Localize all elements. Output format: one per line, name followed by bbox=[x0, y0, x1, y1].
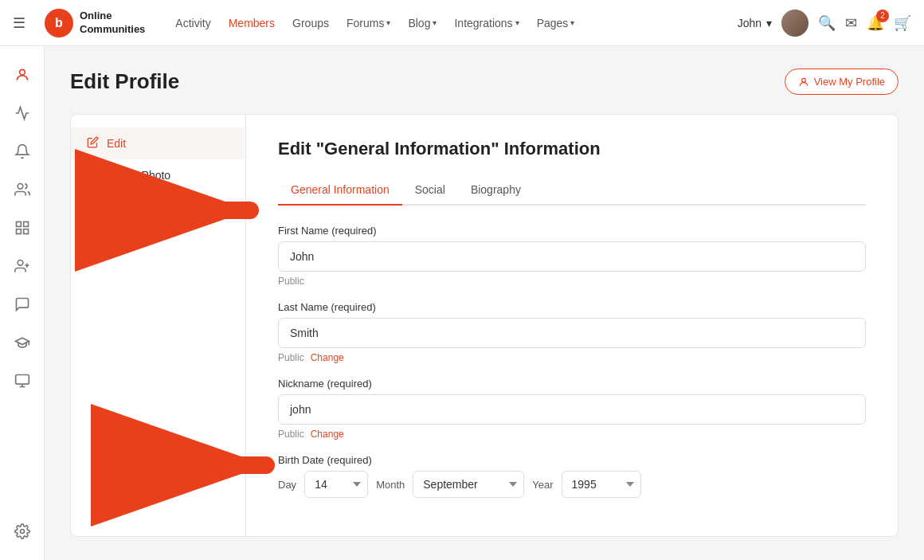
menu-edit-label: Edit bbox=[107, 137, 126, 150]
form-tabs: General Information Social Biography bbox=[278, 175, 866, 206]
svg-point-6 bbox=[18, 260, 23, 266]
menu-item-profile-photo[interactable]: Profile Photo bbox=[71, 159, 245, 191]
user-name: John bbox=[738, 17, 762, 29]
svg-rect-4 bbox=[16, 229, 21, 234]
logo-icon: b bbox=[45, 9, 73, 37]
last-name-label: Last Name (required) bbox=[278, 301, 866, 313]
sidebar-grid-icon[interactable] bbox=[6, 212, 38, 244]
notification-badge: 2 bbox=[876, 10, 889, 22]
menu-item-edit[interactable]: Edit bbox=[71, 127, 245, 159]
tab-general-information[interactable]: General Information bbox=[278, 175, 402, 206]
nav-integrations[interactable]: Integrations▾ bbox=[446, 12, 527, 34]
year-label: Year bbox=[532, 479, 553, 491]
svg-point-13 bbox=[801, 78, 805, 82]
tab-social[interactable]: Social bbox=[402, 175, 458, 206]
nav-links: Activity Members Groups Forums▾ Blog▾ In… bbox=[167, 12, 582, 34]
page-title: Edit Profile bbox=[70, 69, 179, 94]
first-name-input[interactable] bbox=[278, 241, 866, 272]
sidebar-bell-icon[interactable] bbox=[6, 135, 38, 167]
birthdate-row: Day 14 Month September Year 1995 bbox=[278, 471, 866, 498]
svg-point-0 bbox=[19, 69, 25, 75]
top-nav: ☰ b OnlineCommunities Activity Members G… bbox=[0, 0, 924, 46]
sidebar-members2-icon[interactable] bbox=[6, 250, 38, 282]
svg-point-15 bbox=[90, 171, 92, 173]
page-header: Edit Profile View My Profile bbox=[70, 69, 899, 95]
birthdate-month-select[interactable]: September bbox=[413, 471, 524, 498]
svg-rect-9 bbox=[15, 375, 29, 385]
svg-point-1 bbox=[18, 184, 23, 190]
left-menu: Edit Profile Photo Cover Photo bbox=[71, 115, 246, 536]
month-label: Month bbox=[376, 479, 405, 491]
last-name-input[interactable] bbox=[278, 318, 866, 348]
nickname-label: Nickname (required) bbox=[278, 378, 866, 390]
first-name-label: First Name (required) bbox=[278, 225, 866, 237]
last-name-change-link[interactable]: Change bbox=[311, 352, 344, 363]
nav-activity[interactable]: Activity bbox=[167, 12, 218, 34]
nickname-hint: Public Change bbox=[278, 429, 866, 440]
mail-icon[interactable]: ✉ bbox=[845, 14, 857, 32]
svg-point-12 bbox=[20, 530, 24, 534]
nickname-change-link[interactable]: Change bbox=[311, 429, 344, 440]
sidebar-person-icon[interactable] bbox=[6, 59, 38, 91]
nickname-input[interactable] bbox=[278, 394, 866, 425]
birthdate-year-select[interactable]: 1995 bbox=[562, 471, 641, 498]
menu-item-cover-photo[interactable]: Cover Photo bbox=[71, 191, 245, 223]
logo: b OnlineCommunities bbox=[45, 9, 145, 37]
last-name-group: Last Name (required) Public Change bbox=[278, 301, 866, 363]
nickname-group: Nickname (required) Public Change bbox=[278, 378, 866, 440]
sidebar-chat-icon[interactable] bbox=[6, 288, 38, 320]
cover-photo-icon bbox=[87, 200, 99, 214]
profile-photo-icon bbox=[87, 168, 99, 182]
form-section-title: Edit "General Information" Information bbox=[278, 139, 866, 159]
search-icon[interactable]: 🔍 bbox=[818, 14, 836, 32]
nav-members[interactable]: Members bbox=[221, 12, 283, 34]
main-content: Edit Profile View My Profile Edit Profil… bbox=[45, 46, 924, 560]
left-sidebar bbox=[0, 46, 45, 560]
view-profile-button[interactable]: View My Profile bbox=[785, 69, 899, 95]
menu-profile-photo-label: Profile Photo bbox=[107, 169, 170, 182]
avatar[interactable] bbox=[781, 10, 808, 37]
content-wrap: Edit Profile Photo Cover Photo Edit "Gen… bbox=[70, 114, 899, 537]
notification-icon[interactable]: 🔔 2 bbox=[867, 14, 884, 32]
day-label: Day bbox=[278, 479, 296, 491]
first-name-group: First Name (required) Public bbox=[278, 225, 866, 287]
birthdate-label: Birth Date (required) bbox=[278, 454, 866, 466]
avatar-image bbox=[781, 10, 808, 37]
svg-rect-5 bbox=[23, 229, 28, 234]
user-menu[interactable]: John ▾ bbox=[738, 17, 772, 29]
svg-point-17 bbox=[90, 203, 92, 205]
nav-blog[interactable]: Blog▾ bbox=[400, 12, 444, 34]
last-name-hint: Public Change bbox=[278, 352, 866, 363]
form-area: Edit "General Information" Information G… bbox=[246, 115, 898, 536]
nav-right: John ▾ 🔍 ✉ 🔔 2 🛒 bbox=[738, 10, 911, 37]
edit-icon bbox=[87, 136, 99, 151]
menu-cover-photo-label: Cover Photo bbox=[107, 201, 169, 213]
cart-icon[interactable]: 🛒 bbox=[894, 14, 911, 32]
logo-text: OnlineCommunities bbox=[80, 10, 145, 37]
view-profile-label: View My Profile bbox=[814, 76, 885, 88]
sidebar-graduation-icon[interactable] bbox=[6, 327, 38, 358]
svg-rect-3 bbox=[23, 222, 28, 227]
sidebar-activity-icon[interactable] bbox=[6, 97, 38, 129]
nav-groups[interactable]: Groups bbox=[284, 12, 337, 34]
nav-forums[interactable]: Forums▾ bbox=[339, 12, 398, 34]
user-arrow: ▾ bbox=[766, 17, 772, 29]
first-name-hint: Public bbox=[278, 276, 866, 287]
nav-pages[interactable]: Pages▾ bbox=[529, 12, 583, 34]
sidebar-device-icon[interactable] bbox=[6, 365, 38, 397]
tab-biography[interactable]: Biography bbox=[458, 175, 534, 206]
birthdate-day-select[interactable]: 14 bbox=[304, 471, 368, 498]
svg-rect-2 bbox=[16, 222, 21, 227]
sidebar-users-icon[interactable] bbox=[6, 174, 38, 206]
birthdate-group: Birth Date (required) Day 14 Month Septe… bbox=[278, 454, 866, 498]
sidebar-settings-icon[interactable] bbox=[6, 515, 38, 547]
hamburger-icon[interactable]: ☰ bbox=[13, 14, 25, 32]
